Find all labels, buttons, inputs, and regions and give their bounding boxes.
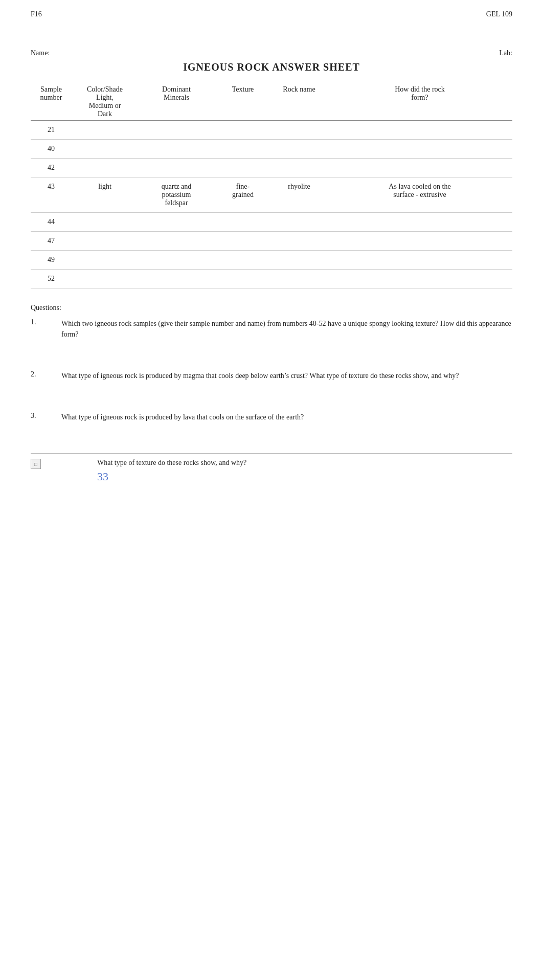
- cell-minerals: [138, 159, 215, 177]
- cell-minerals: [138, 213, 215, 232]
- cell-rockname: [271, 232, 327, 251]
- table-row: 47: [31, 232, 512, 251]
- cell-rockname: [271, 251, 327, 270]
- cell-texture: [215, 232, 271, 251]
- page-container: F16 GEL 109 Name: Lab: IGNEOUS ROCK ANSW…: [0, 0, 543, 494]
- cell-rockname: [271, 121, 327, 140]
- cell-texture: [215, 213, 271, 232]
- cell-how: [327, 140, 512, 159]
- col-header-rockname: Rock name: [271, 83, 327, 121]
- table-row: 43lightquartz andpotassiumfeldsparfine-g…: [31, 177, 512, 213]
- table-row: 42: [31, 159, 512, 177]
- question-item: 3.What type of igneous rock is produced …: [31, 412, 512, 422]
- cell-color: [72, 140, 138, 159]
- cell-color: [72, 251, 138, 270]
- table-row: 44: [31, 213, 512, 232]
- cell-how: As lava cooled on thesurface - extrusive: [327, 177, 512, 213]
- cell-how: [327, 121, 512, 140]
- cell-texture: [215, 121, 271, 140]
- question-number: 2.: [31, 370, 61, 381]
- cell-rockname: rhyolite: [271, 177, 327, 213]
- cell-rockname: [271, 159, 327, 177]
- col-header-how: How did the rockform?: [327, 83, 512, 121]
- questions-label: Questions:: [31, 304, 512, 312]
- cell-sample: 43: [31, 177, 72, 213]
- bottom-section: □ What type of texture do these rocks sh…: [31, 453, 512, 483]
- cell-minerals: quartz andpotassiumfeldspar: [138, 177, 215, 213]
- cell-how: [327, 232, 512, 251]
- cell-how: [327, 159, 512, 177]
- cell-sample: 47: [31, 232, 72, 251]
- questions-section: Questions: 1.Which two igneous rock samp…: [31, 304, 512, 422]
- cell-sample: 40: [31, 140, 72, 159]
- col-header-minerals: DominantMinerals: [138, 83, 215, 121]
- name-label: Name:: [31, 49, 50, 57]
- cell-sample: 21: [31, 121, 72, 140]
- questions-list: 1.Which two igneous rock samples (give t…: [31, 318, 512, 422]
- cell-rockname: [271, 140, 327, 159]
- cell-texture: [215, 251, 271, 270]
- cell-color: [72, 121, 138, 140]
- cell-minerals: [138, 140, 215, 159]
- cell-sample: 49: [31, 251, 72, 270]
- cell-color: [72, 213, 138, 232]
- answer-table: Samplenumber Color/ShadeLight,Medium orD…: [31, 83, 512, 288]
- cell-texture: [215, 140, 271, 159]
- question-text: Which two igneous rock samples (give the…: [61, 318, 512, 340]
- cell-how: [327, 270, 512, 288]
- cell-minerals: [138, 121, 215, 140]
- page-header: F16 GEL 109: [31, 10, 512, 18]
- question-item: 1.Which two igneous rock samples (give t…: [31, 318, 512, 340]
- page-title: IGNEOUS ROCK ANSWER SHEET: [31, 61, 512, 73]
- cell-color: [72, 270, 138, 288]
- header-right: GEL 109: [486, 10, 512, 18]
- table-row: 21: [31, 121, 512, 140]
- cell-minerals: [138, 270, 215, 288]
- cell-how: [327, 251, 512, 270]
- question-number: 1.: [31, 318, 61, 340]
- cell-sample: 52: [31, 270, 72, 288]
- cell-color: [72, 232, 138, 251]
- broken-image-icon: □: [31, 459, 41, 469]
- table-body: 21404243lightquartz andpotassiumfeldspar…: [31, 121, 512, 288]
- cell-color: light: [72, 177, 138, 213]
- question-text: What type of igneous rock is produced by…: [61, 370, 459, 381]
- cell-minerals: [138, 251, 215, 270]
- bottom-extra-text: What type of texture do these rocks show…: [97, 459, 246, 467]
- question-item: 2.What type of igneous rock is produced …: [31, 370, 512, 381]
- cell-texture: [215, 270, 271, 288]
- name-lab-row: Name: Lab:: [31, 49, 512, 57]
- col-header-sample: Samplenumber: [31, 83, 72, 121]
- question-number: 3.: [31, 412, 61, 422]
- cell-rockname: [271, 270, 327, 288]
- cell-rockname: [271, 213, 327, 232]
- table-row: 49: [31, 251, 512, 270]
- cell-sample: 42: [31, 159, 72, 177]
- table-row: 40: [31, 140, 512, 159]
- cell-sample: 44: [31, 213, 72, 232]
- header-left: F16: [31, 10, 42, 18]
- col-header-color: Color/ShadeLight,Medium orDark: [72, 83, 138, 121]
- cell-texture: [215, 159, 271, 177]
- lab-label: Lab:: [499, 49, 512, 57]
- table-row: 52: [31, 270, 512, 288]
- col-header-texture: Texture: [215, 83, 271, 121]
- question-text: What type of igneous rock is produced by…: [61, 412, 304, 422]
- page-number: 33: [97, 470, 246, 483]
- cell-how: [327, 213, 512, 232]
- cell-minerals: [138, 232, 215, 251]
- cell-color: [72, 159, 138, 177]
- cell-texture: fine-grained: [215, 177, 271, 213]
